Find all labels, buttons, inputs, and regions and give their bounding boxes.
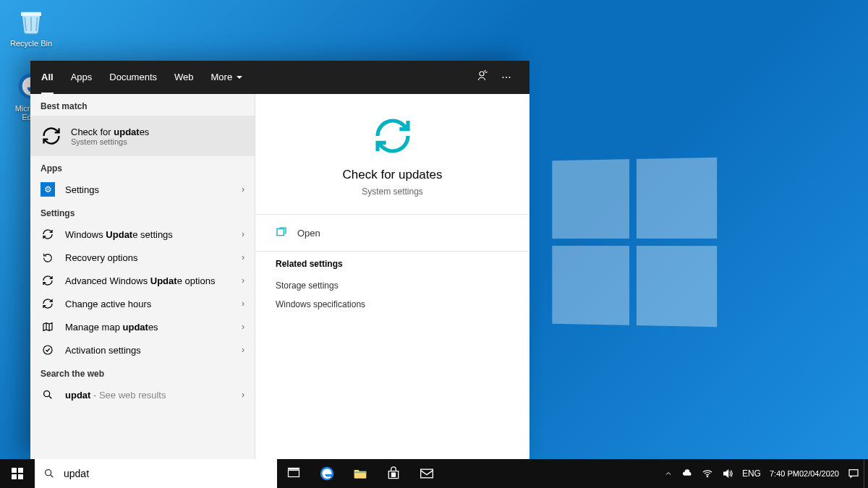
chevron-right-icon: › bbox=[242, 275, 244, 286]
result-label: Windows Update settings bbox=[65, 229, 173, 240]
result-label: Recovery options bbox=[65, 252, 137, 263]
clock-time: 7:40 PM bbox=[770, 468, 799, 479]
search-results-panel: All Apps Documents Web More ··· Best mat… bbox=[30, 61, 529, 459]
show-desktop-button[interactable] bbox=[864, 459, 868, 488]
svg-rect-11 bbox=[289, 468, 299, 470]
tab-all[interactable]: All bbox=[41, 61, 54, 94]
update-icon bbox=[41, 296, 55, 311]
mail-icon[interactable] bbox=[410, 459, 443, 488]
system-tray: ENG 7:40 PM 02/04/2020 bbox=[660, 459, 868, 488]
recovery-icon bbox=[41, 250, 55, 265]
chevron-right-icon: › bbox=[242, 299, 244, 309]
chevron-right-icon: › bbox=[242, 229, 244, 239]
update-icon bbox=[41, 125, 62, 147]
related-item[interactable]: Storage settings bbox=[276, 276, 509, 295]
svg-rect-19 bbox=[849, 470, 858, 476]
language-indicator[interactable]: ENG bbox=[738, 459, 765, 488]
result-item[interactable]: Recovery options › bbox=[30, 246, 255, 269]
svg-rect-16 bbox=[393, 475, 395, 476]
best-match-title: Check for updates bbox=[71, 127, 149, 137]
tab-documents[interactable]: Documents bbox=[109, 61, 157, 94]
result-item[interactable]: Change active hours › bbox=[30, 292, 255, 315]
result-item[interactable]: ⚙ Settings › bbox=[30, 178, 255, 201]
section-settings: Settings bbox=[30, 201, 255, 223]
open-label: Open bbox=[297, 228, 320, 239]
svg-rect-10 bbox=[289, 471, 299, 477]
edge-taskbar-icon[interactable] bbox=[310, 459, 344, 488]
open-icon bbox=[276, 226, 287, 240]
svg-rect-4 bbox=[277, 228, 284, 235]
result-label: Manage map updates bbox=[65, 322, 158, 333]
section-best-match: Best match bbox=[30, 94, 255, 116]
task-view-button[interactable] bbox=[277, 459, 310, 488]
action-center-icon[interactable] bbox=[843, 459, 864, 488]
tab-apps[interactable]: Apps bbox=[71, 61, 93, 94]
search-tabs: All Apps Documents Web More ··· bbox=[30, 61, 529, 94]
svg-rect-14 bbox=[393, 473, 395, 474]
feedback-icon[interactable] bbox=[469, 69, 494, 85]
activation-icon bbox=[41, 343, 55, 357]
wifi-icon[interactable] bbox=[697, 459, 718, 488]
result-label: updat - See web results bbox=[65, 390, 166, 401]
search-icon bbox=[43, 468, 55, 479]
svg-rect-5 bbox=[12, 468, 17, 473]
svg-rect-13 bbox=[392, 473, 393, 474]
chevron-right-icon: › bbox=[242, 390, 244, 400]
store-icon[interactable] bbox=[377, 459, 410, 488]
tab-more[interactable]: More bbox=[211, 61, 243, 94]
preview-pane: Check for updates System settings Open R… bbox=[255, 94, 529, 459]
related-settings-header: Related settings bbox=[276, 259, 509, 269]
svg-point-2 bbox=[43, 346, 52, 354]
svg-rect-7 bbox=[12, 474, 17, 479]
svg-rect-15 bbox=[392, 475, 393, 476]
chevron-right-icon: › bbox=[242, 184, 244, 194]
result-item[interactable]: Advanced Windows Update options › bbox=[30, 269, 255, 292]
result-item[interactable]: Manage map updates › bbox=[30, 315, 255, 338]
preview-subtitle: System settings bbox=[270, 187, 515, 197]
search-icon bbox=[41, 388, 55, 402]
options-icon[interactable]: ··· bbox=[494, 71, 519, 84]
results-list: Best match Check for updates System sett… bbox=[30, 94, 255, 459]
chevron-right-icon: › bbox=[242, 345, 244, 355]
recycle-bin-icon bbox=[16, 6, 46, 36]
taskbar-search[interactable] bbox=[35, 459, 277, 488]
svg-point-3 bbox=[44, 391, 50, 397]
related-item[interactable]: Windows specifications bbox=[276, 295, 509, 314]
settings-icon: ⚙ bbox=[41, 182, 55, 197]
file-explorer-icon[interactable] bbox=[344, 459, 377, 488]
section-search-web: Search the web bbox=[30, 361, 255, 383]
volume-icon[interactable] bbox=[718, 459, 738, 488]
update-icon bbox=[41, 227, 55, 241]
result-item[interactable]: Activation settings › bbox=[30, 338, 255, 361]
update-icon bbox=[41, 273, 55, 288]
clock-date: 02/04/2020 bbox=[799, 468, 839, 479]
result-item[interactable]: Windows Update settings › bbox=[30, 223, 255, 246]
svg-point-18 bbox=[707, 476, 707, 476]
svg-point-9 bbox=[46, 470, 51, 476]
best-match-result[interactable]: Check for updates System settings bbox=[30, 116, 255, 156]
search-input[interactable] bbox=[64, 468, 268, 479]
preview-title: Check for updates bbox=[270, 168, 515, 182]
map-icon bbox=[41, 320, 55, 334]
web-result-item[interactable]: updat - See web results › bbox=[30, 383, 255, 406]
result-label: Settings bbox=[65, 184, 99, 195]
desktop-icon-label: Recycle Bin bbox=[10, 39, 52, 48]
clock[interactable]: 7:40 PM 02/04/2020 bbox=[765, 459, 843, 488]
svg-rect-8 bbox=[18, 474, 23, 479]
tab-web[interactable]: Web bbox=[174, 61, 194, 94]
result-label: Advanced Windows Update options bbox=[65, 275, 215, 286]
best-match-subtitle: System settings bbox=[71, 137, 149, 146]
svg-rect-17 bbox=[421, 469, 433, 478]
start-button[interactable] bbox=[0, 459, 35, 488]
result-label: Change active hours bbox=[65, 299, 151, 309]
result-label: Activation settings bbox=[65, 345, 141, 356]
tray-overflow-icon[interactable] bbox=[660, 459, 677, 488]
chevron-right-icon: › bbox=[242, 322, 244, 332]
wallpaper-logo bbox=[552, 158, 717, 328]
onedrive-icon[interactable] bbox=[677, 459, 697, 488]
section-apps: Apps bbox=[30, 156, 255, 178]
chevron-right-icon: › bbox=[242, 252, 244, 262]
desktop-icon-recycle-bin[interactable]: Recycle Bin bbox=[6, 6, 56, 48]
taskbar: ENG 7:40 PM 02/04/2020 bbox=[0, 459, 868, 488]
open-button[interactable]: Open bbox=[255, 218, 529, 248]
